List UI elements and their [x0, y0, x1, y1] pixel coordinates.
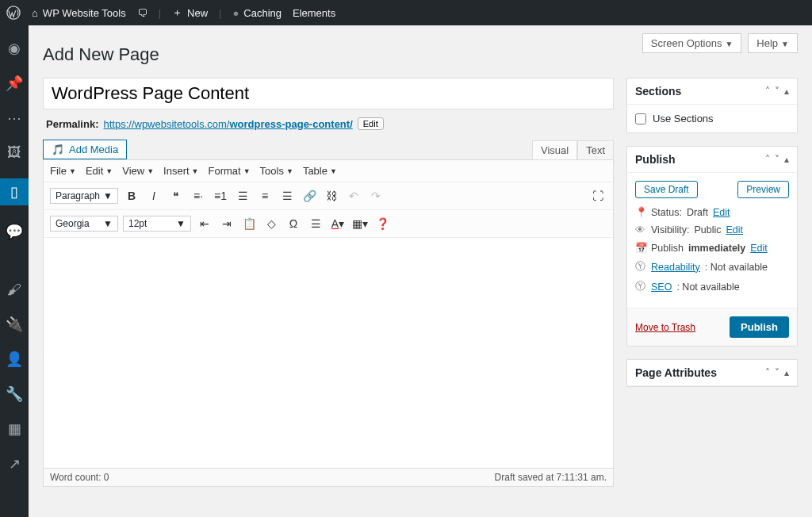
new-content-link[interactable]: ＋ New [172, 6, 208, 20]
redo-icon[interactable]: ↷ [367, 187, 385, 205]
help-button[interactable]: Help▼ [748, 33, 798, 53]
home-icon: ⌂ [32, 7, 38, 19]
box-up-icon[interactable]: ˄ [765, 154, 770, 165]
menu-edit[interactable]: Edit▼ [86, 165, 113, 177]
edit-visibility-link[interactable]: Edit [726, 224, 743, 236]
admin-sidebar: ◉ 📌 ⋯ 🖼 ▯ 💬 🖌 🔌 👤 🔧 ▦ ↗ ≡ [0, 25, 29, 517]
sidebar-dashboard[interactable]: ◉ [0, 40, 29, 57]
toolbar-row-1: Paragraph▼ B I ❝ ≡· ≡1 ☰ ≡ ☰ 🔗 ⛓ ↶ ↷ ⛶ [44, 182, 613, 210]
admin-bar: ⌂ WP Website Tools 🗨 | ＋ New | ● Caching… [0, 0, 812, 25]
readability-icon: Ⓨ [635, 260, 646, 274]
align-center-icon[interactable]: ≡ [256, 187, 274, 205]
align-right-icon[interactable]: ☰ [278, 187, 296, 205]
outdent-icon[interactable]: ⇤ [196, 215, 213, 232]
comments-link[interactable]: 🗨 [137, 7, 147, 19]
tab-visual[interactable]: Visual [532, 140, 577, 159]
editor-body[interactable] [44, 238, 613, 468]
clear-icon[interactable]: ◇ [262, 215, 280, 232]
box-toggle-icon[interactable]: ▴ [784, 367, 789, 378]
bold-icon[interactable]: B [123, 187, 140, 205]
publish-title: Publish [635, 153, 676, 166]
permalink-row: Permalink: https://wpwebsitetools.com/wo… [46, 117, 614, 130]
permalink-edit-button[interactable]: Edit [358, 117, 384, 130]
table-icon[interactable]: ▦▾ [351, 215, 369, 232]
sidebar-pin[interactable]: 📌 [0, 75, 29, 92]
word-count: Word count: 0 [50, 472, 109, 483]
menu-format[interactable]: Format▼ [209, 165, 251, 177]
unlink-icon[interactable]: ⛓ [323, 187, 340, 205]
link-icon[interactable]: 🔗 [301, 187, 318, 205]
box-down-icon[interactable]: ˅ [775, 367, 779, 378]
preview-button[interactable]: Preview [737, 181, 789, 198]
align-left-icon[interactable]: ☰ [234, 187, 251, 205]
eye-icon: 👁 [635, 224, 646, 236]
publish-box: Publish ˄˅▴ Save Draft Preview 📍Status: … [626, 146, 798, 347]
hr-icon[interactable]: ☰ [307, 215, 324, 232]
seo-icon: Ⓨ [635, 280, 646, 293]
edit-date-link[interactable]: Edit [750, 243, 768, 254]
box-toggle-icon[interactable]: ▴ [784, 86, 789, 97]
blockquote-icon[interactable]: ❝ [167, 187, 185, 205]
pin-icon: 📍 [635, 206, 646, 218]
page-attributes-box: Page Attributes ˄˅▴ [626, 359, 798, 387]
save-draft-button[interactable]: Save Draft [635, 181, 698, 198]
format-select[interactable]: Paragraph▼ [50, 188, 118, 204]
plus-icon: ＋ [172, 6, 182, 20]
menu-view[interactable]: View▼ [122, 165, 154, 177]
sidebar-comments[interactable]: 💬 [0, 223, 29, 240]
caching-link[interactable]: ● Caching [232, 7, 282, 19]
font-select[interactable]: Georgia▼ [50, 216, 118, 232]
box-down-icon[interactable]: ˅ [775, 154, 779, 165]
page-title-input[interactable] [43, 78, 614, 109]
sidebar-tools[interactable]: 🔧 [0, 385, 29, 403]
wordpress-logo[interactable] [6, 6, 21, 20]
editor-menu: File▼ Edit▼ View▼ Insert▼ Format▼ Tools▼… [44, 160, 613, 182]
dot-icon: ● [232, 7, 239, 19]
menu-insert[interactable]: Insert▼ [163, 165, 198, 177]
undo-icon[interactable]: ↶ [345, 187, 362, 205]
edit-status-link[interactable]: Edit [713, 207, 730, 218]
site-home-link[interactable]: ⌂ WP Website Tools [32, 7, 126, 19]
sidebar-plugins[interactable]: 🔌 [0, 316, 29, 333]
menu-table[interactable]: Table▼ [303, 165, 337, 177]
specialchar-icon[interactable]: Ω [285, 215, 302, 232]
move-to-trash-link[interactable]: Move to Trash [635, 322, 695, 333]
sidebar-settings[interactable]: ▦ [0, 420, 29, 438]
sidebar-pages[interactable]: ▯ [0, 178, 29, 205]
textcolor-icon[interactable]: A▾ [329, 215, 347, 232]
sidebar-users[interactable]: 👤 [0, 350, 29, 368]
menu-file[interactable]: File▼ [50, 165, 76, 177]
fullscreen-icon[interactable]: ⛶ [589, 187, 607, 205]
editor-status: Word count: 0 Draft saved at 7:11:31 am. [43, 469, 614, 487]
editor: File▼ Edit▼ View▼ Insert▼ Format▼ Tools▼… [43, 159, 614, 469]
page-attributes-title: Page Attributes [635, 366, 717, 379]
box-toggle-icon[interactable]: ▴ [784, 154, 789, 165]
box-up-icon[interactable]: ˄ [765, 367, 770, 378]
bullet-list-icon[interactable]: ≡· [190, 187, 207, 205]
menu-tools[interactable]: Tools▼ [260, 165, 293, 177]
screen-options-button[interactable]: Screen Options▼ [642, 33, 742, 53]
help-icon[interactable]: ❓ [373, 215, 391, 232]
box-down-icon[interactable]: ˅ [775, 86, 779, 97]
italic-icon[interactable]: I [145, 187, 163, 205]
paste-icon[interactable]: 📋 [240, 215, 258, 232]
sidebar-media[interactable]: 🖼 [0, 144, 29, 161]
permalink-url[interactable]: https://wpwebsitetools.com/wordpress-pag… [103, 118, 352, 130]
number-list-icon[interactable]: ≡1 [212, 187, 229, 205]
sidebar-more[interactable]: ⋯ [0, 109, 29, 127]
site-name: WP Website Tools [43, 7, 126, 19]
add-media-button[interactable]: 🎵 Add Media [43, 140, 127, 159]
sidebar-appearance[interactable]: 🖌 [0, 281, 29, 298]
readability-link[interactable]: Readability [651, 262, 700, 273]
tab-text[interactable]: Text [577, 140, 614, 159]
calendar-icon: 📅 [635, 242, 646, 254]
indent-icon[interactable]: ⇥ [218, 215, 236, 232]
seo-link[interactable]: SEO [651, 281, 672, 293]
box-up-icon[interactable]: ˄ [765, 86, 770, 97]
use-sections-checkbox[interactable]: Use Sections [635, 113, 789, 124]
publish-button[interactable]: Publish [730, 316, 789, 338]
sections-box: Sections ˄˅▴ Use Sections [626, 78, 798, 133]
fontsize-select[interactable]: 12pt▼ [123, 216, 191, 232]
sidebar-collapse[interactable]: ↗ [0, 455, 29, 473]
elements-link[interactable]: Elements [293, 7, 335, 19]
